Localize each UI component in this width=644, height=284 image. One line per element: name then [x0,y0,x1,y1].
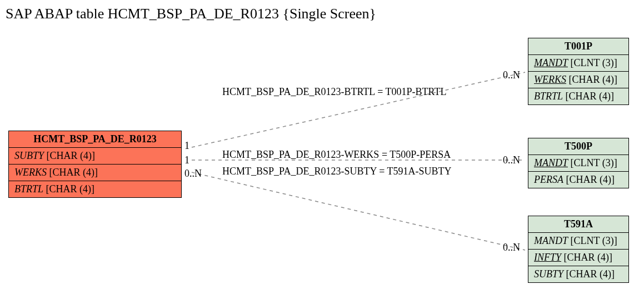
entity-t500p-header: T500P [528,138,628,155]
entity-t591a-header: T591A [528,216,628,233]
entity-main-header: HCMT_BSP_PA_DE_R0123 [9,131,181,148]
entity-t001p-header: T001P [528,38,628,55]
entity-field: WERKS [CHAR (4)] [528,72,628,88]
entity-t001p: T001P MANDT [CLNT (3)] WERKS [CHAR (4)] … [528,38,629,105]
svg-line-0 [192,72,525,147]
entity-t591a: T591A MANDT [CLNT (3)] INFTY [CHAR (4)] … [528,216,629,283]
entity-field: MANDT [CLNT (3)] [528,55,628,72]
cardinality-left: 1 [184,155,189,166]
entity-field: MANDT [CLNT (3)] [528,233,628,250]
svg-line-2 [192,172,525,250]
cardinality-left: 1 [184,140,189,152]
page-title: SAP ABAP table HCMT_BSP_PA_DE_R0123 {Sin… [6,6,376,22]
cardinality-right: 0..N [503,155,520,166]
entity-t500p: T500P MANDT [CLNT (3)] PERSA [CHAR (4)] [528,138,629,188]
entity-field: INFTY [CHAR (4)] [528,250,628,266]
entity-field: BTRTL [CHAR (4)] [528,88,628,104]
entity-field: MANDT [CLNT (3)] [528,155,628,172]
cardinality-left: 0..N [184,168,202,180]
relation-label: HCMT_BSP_PA_DE_R0123-WERKS = T500P-PERSA [222,149,451,161]
entity-field: PERSA [CHAR (4)] [528,172,628,188]
relation-label: HCMT_BSP_PA_DE_R0123-BTRTL = T001P-BTRTL [222,86,446,98]
entity-field: SUBTY [CHAR (4)] [528,266,628,282]
entity-field: BTRTL [CHAR (4)] [9,181,181,197]
cardinality-right: 0..N [503,69,520,81]
entity-field: WERKS [CHAR (4)] [9,165,181,181]
cardinality-right: 0..N [503,242,520,253]
relation-label: HCMT_BSP_PA_DE_R0123-SUBTY = T591A-SUBTY [222,166,452,177]
entity-field: SUBTY [CHAR (4)] [9,148,181,165]
entity-main: HCMT_BSP_PA_DE_R0123 SUBTY [CHAR (4)] WE… [8,131,182,198]
